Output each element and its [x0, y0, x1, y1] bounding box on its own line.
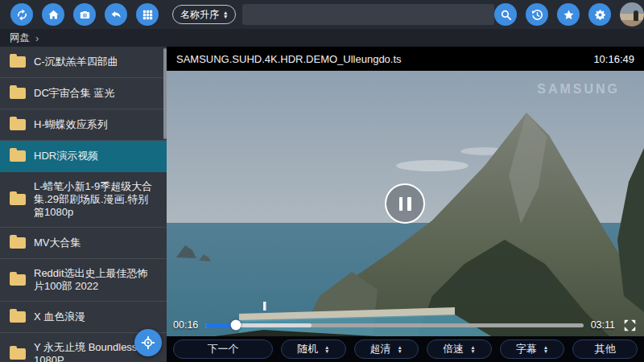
- sidebar-folder-item[interactable]: MV大合集: [0, 228, 167, 259]
- folder-icon: [10, 150, 26, 162]
- camera-icon: [78, 8, 92, 22]
- home-icon: [47, 8, 60, 22]
- system-clock: 10:16:49: [593, 53, 634, 65]
- folder-icon: [10, 56, 26, 68]
- folder-icon: [10, 311, 26, 323]
- folder-label: Reddit选出史上最佳恐怖片100部 2022: [34, 267, 155, 293]
- updown-arrows-icon: ▲▼: [223, 10, 228, 19]
- camera-button[interactable]: [73, 3, 96, 26]
- folder-icon: [10, 194, 26, 205]
- updown-arrows-icon: ▲▼: [398, 345, 402, 353]
- search-input[interactable]: [242, 4, 494, 25]
- settings-button[interactable]: [588, 3, 611, 26]
- control-label: 倍速: [443, 342, 464, 356]
- total-time: 03:11: [591, 319, 615, 331]
- sort-dropdown[interactable]: 名称升序 ▲▼: [172, 5, 236, 24]
- folder-icon: [10, 88, 26, 99]
- back-button[interactable]: [105, 3, 127, 26]
- folder-label: HDR演示视频: [34, 150, 98, 162]
- toolbar-right-group: [494, 2, 644, 27]
- locate-icon: [140, 335, 156, 351]
- search-button[interactable]: [494, 3, 517, 26]
- sort-label: 名称升序: [180, 8, 219, 22]
- folder-sidebar: C-沉默羔羊四部曲 DC宇宙合集 蓝光 H-蝴蝶效应系列 HDR演示视频 L-蜡…: [0, 47, 167, 362]
- sidebar-folder-item[interactable]: HDR演示视频: [0, 141, 167, 172]
- folder-icon: [10, 348, 26, 360]
- samsung-watermark: SAMSUNG: [537, 82, 620, 97]
- gear-icon: [593, 8, 607, 22]
- player-control-button[interactable]: 其他 ▲▼: [572, 339, 638, 359]
- folder-label: X 血色浪漫: [34, 311, 85, 323]
- grid-icon: [141, 8, 155, 22]
- updown-arrows-icon: ▲▼: [324, 345, 329, 353]
- seek-bar[interactable]: [205, 323, 583, 327]
- breadcrumb-root[interactable]: 网盘: [10, 31, 30, 45]
- sync-icon: [15, 8, 29, 22]
- video-player: SAMSUNG.SUHD.4K.HDR.DEMO_Ulleungdo.ts 10…: [167, 47, 644, 362]
- player-control-button[interactable]: 随机 ▲▼: [281, 339, 346, 359]
- top-toolbar: 名称升序 ▲▼: [0, 0, 644, 29]
- pause-icon: [407, 197, 411, 211]
- breadcrumb: 网盘 ›: [0, 29, 644, 47]
- updown-arrows-icon: ▲▼: [543, 345, 548, 353]
- control-label: 其他: [595, 342, 616, 356]
- chevron-right-icon: ›: [35, 32, 39, 44]
- seek-handle[interactable]: [230, 320, 241, 331]
- sidebar-folder-item[interactable]: C-沉默羔羊四部曲: [0, 47, 167, 78]
- player-title-bar: SAMSUNG.SUHD.4K.HDR.DEMO_Ulleungdo.ts 10…: [167, 47, 644, 71]
- sidebar-folder-item[interactable]: X 血色浪漫: [0, 302, 167, 333]
- fullscreen-button[interactable]: [622, 318, 638, 333]
- control-label: 下一个: [207, 342, 238, 356]
- home-button[interactable]: [42, 3, 64, 26]
- sidebar-folder-item[interactable]: DC宇宙合集 蓝光: [0, 78, 167, 109]
- folder-icon: [10, 274, 26, 286]
- control-label: 字幕: [516, 342, 537, 356]
- sync-button[interactable]: [10, 3, 33, 26]
- fullscreen-icon: [622, 318, 638, 333]
- grid-view-button[interactable]: [136, 3, 159, 26]
- control-label: 随机: [297, 342, 318, 356]
- player-control-bar: 下一个 ▲▼ 随机 ▲▼ 超清 ▲▼ 倍速 ▲: [167, 336, 644, 362]
- video-filename: SAMSUNG.SUHD.4K.HDR.DEMO_Ulleungdo.ts: [176, 53, 402, 65]
- folder-icon: [10, 119, 26, 130]
- star-icon: [562, 8, 576, 22]
- video-surface[interactable]: SAMSUNG 00:16 03:11 下一个: [167, 71, 644, 362]
- user-avatar[interactable]: [620, 2, 644, 27]
- locate-playing-button[interactable]: [134, 329, 162, 356]
- control-label: 超清: [370, 342, 391, 356]
- pause-icon: [399, 197, 403, 211]
- player-control-button[interactable]: 超清 ▲▼: [354, 339, 419, 359]
- folder-label: DC宇宙合集 蓝光: [34, 87, 114, 100]
- updown-arrows-icon: ▲▼: [470, 345, 475, 353]
- search-icon: [499, 8, 513, 22]
- favorite-button[interactable]: [557, 3, 580, 26]
- folder-label: C-沉默羔羊四部曲: [34, 56, 118, 68]
- folder-label: L-蜡笔小新1-9季超级大合集.29部剧场版.漫画.特别篇1080p: [34, 180, 155, 219]
- history-button[interactable]: [526, 3, 548, 26]
- player-control-button[interactable]: 倍速 ▲▼: [427, 339, 492, 359]
- sidebar-folder-item[interactable]: L-蜡笔小新1-9季超级大合集.29部剧场版.漫画.特别篇1080p: [0, 172, 167, 228]
- folder-label: MV大合集: [34, 237, 81, 249]
- current-time: 00:16: [173, 319, 198, 331]
- back-icon: [109, 8, 123, 22]
- history-icon: [530, 8, 544, 22]
- player-control-button[interactable]: 下一个 ▲▼: [173, 339, 273, 359]
- playback-progress-row: 00:16 03:11: [173, 317, 638, 333]
- app-window: 名称升序 ▲▼ 网盘 › C-沉: [0, 0, 644, 362]
- sidebar-folder-item[interactable]: Reddit选出史上最佳恐怖片100部 2022: [0, 259, 167, 302]
- folder-label: H-蝴蝶效应系列: [34, 118, 108, 131]
- pause-button[interactable]: [385, 183, 425, 224]
- player-control-button[interactable]: 字幕 ▲▼: [500, 339, 565, 359]
- folder-icon: [10, 237, 26, 249]
- sidebar-folder-item[interactable]: H-蝴蝶效应系列: [0, 109, 167, 141]
